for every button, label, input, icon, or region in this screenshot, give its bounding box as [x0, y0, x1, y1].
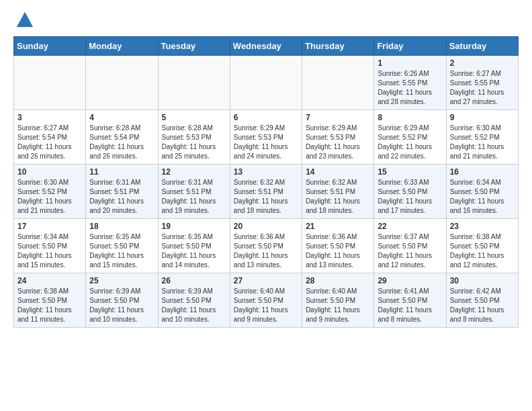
day-info: Sunrise: 6:29 AM Sunset: 5:53 PM Dayligh… [306, 124, 370, 161]
calendar-day-cell: 2Sunrise: 6:27 AM Sunset: 5:55 PM Daylig… [446, 56, 518, 110]
calendar-day-cell [302, 56, 374, 110]
calendar-day-cell: 10Sunrise: 6:30 AM Sunset: 5:52 PM Dayli… [14, 165, 86, 219]
calendar-header-row: SundayMondayTuesdayWednesdayThursdayFrid… [14, 37, 519, 56]
day-info: Sunrise: 6:27 AM Sunset: 5:54 PM Dayligh… [17, 124, 82, 161]
day-number: 12 [162, 167, 226, 177]
calendar-day-header: Monday [86, 37, 158, 56]
day-number: 25 [89, 276, 154, 285]
calendar-day-header: Sunday [14, 37, 86, 56]
calendar-day-cell: 20Sunrise: 6:36 AM Sunset: 5:50 PM Dayli… [230, 219, 302, 273]
day-number: 10 [17, 167, 82, 177]
header [13, 11, 519, 30]
calendar-day-cell: 21Sunrise: 6:36 AM Sunset: 5:50 PM Dayli… [302, 219, 374, 273]
day-number: 15 [378, 167, 442, 177]
day-info: Sunrise: 6:30 AM Sunset: 5:52 PM Dayligh… [450, 124, 515, 161]
day-info: Sunrise: 6:26 AM Sunset: 5:55 PM Dayligh… [378, 69, 442, 107]
day-info: Sunrise: 6:40 AM Sunset: 5:50 PM Dayligh… [306, 287, 370, 324]
day-number: 7 [306, 113, 370, 122]
day-info: Sunrise: 6:30 AM Sunset: 5:52 PM Dayligh… [17, 178, 82, 216]
day-info: Sunrise: 6:36 AM Sunset: 5:50 PM Dayligh… [234, 232, 298, 270]
day-info: Sunrise: 6:29 AM Sunset: 5:52 PM Dayligh… [378, 124, 442, 161]
calendar-day-cell: 19Sunrise: 6:35 AM Sunset: 5:50 PM Dayli… [158, 219, 230, 273]
calendar-day-header: Saturday [446, 37, 518, 56]
calendar-day-cell: 13Sunrise: 6:32 AM Sunset: 5:51 PM Dayli… [230, 165, 302, 219]
day-info: Sunrise: 6:35 AM Sunset: 5:50 PM Dayligh… [89, 232, 154, 270]
calendar-day-header: Tuesday [158, 37, 230, 56]
day-number: 8 [378, 113, 442, 122]
calendar-day-cell: 16Sunrise: 6:34 AM Sunset: 5:50 PM Dayli… [446, 165, 518, 219]
day-number: 24 [17, 276, 82, 285]
calendar-day-cell: 8Sunrise: 6:29 AM Sunset: 5:52 PM Daylig… [374, 110, 446, 165]
day-info: Sunrise: 6:39 AM Sunset: 5:50 PM Dayligh… [162, 287, 226, 324]
day-info: Sunrise: 6:37 AM Sunset: 5:50 PM Dayligh… [378, 232, 442, 270]
logo-icon [15, 11, 34, 30]
calendar-day-header: Friday [374, 37, 446, 56]
day-number: 21 [306, 222, 370, 231]
day-number: 29 [378, 276, 442, 285]
calendar-day-cell: 27Sunrise: 6:40 AM Sunset: 5:50 PM Dayli… [230, 273, 302, 328]
calendar-day-cell: 7Sunrise: 6:29 AM Sunset: 5:53 PM Daylig… [302, 110, 374, 165]
calendar-day-cell [14, 56, 86, 110]
day-info: Sunrise: 6:33 AM Sunset: 5:50 PM Dayligh… [378, 178, 442, 216]
calendar-day-cell: 3Sunrise: 6:27 AM Sunset: 5:54 PM Daylig… [14, 110, 86, 165]
calendar-day-header: Wednesday [230, 37, 302, 56]
day-number: 19 [162, 222, 226, 231]
day-info: Sunrise: 6:35 AM Sunset: 5:50 PM Dayligh… [162, 232, 226, 270]
day-info: Sunrise: 6:42 AM Sunset: 5:50 PM Dayligh… [450, 287, 515, 324]
calendar-day-cell: 30Sunrise: 6:42 AM Sunset: 5:50 PM Dayli… [446, 273, 518, 328]
day-number: 20 [234, 222, 298, 231]
day-info: Sunrise: 6:29 AM Sunset: 5:53 PM Dayligh… [234, 124, 298, 161]
calendar-day-cell: 22Sunrise: 6:37 AM Sunset: 5:50 PM Dayli… [374, 219, 446, 273]
calendar-day-cell: 6Sunrise: 6:29 AM Sunset: 5:53 PM Daylig… [230, 110, 302, 165]
calendar-day-cell: 1Sunrise: 6:26 AM Sunset: 5:55 PM Daylig… [374, 56, 446, 110]
day-number: 23 [450, 222, 515, 231]
day-number: 6 [234, 113, 298, 122]
day-number: 22 [378, 222, 442, 231]
day-info: Sunrise: 6:27 AM Sunset: 5:55 PM Dayligh… [450, 69, 515, 107]
calendar-week-row: 3Sunrise: 6:27 AM Sunset: 5:54 PM Daylig… [14, 110, 519, 165]
day-info: Sunrise: 6:34 AM Sunset: 5:50 PM Dayligh… [17, 232, 82, 270]
day-info: Sunrise: 6:34 AM Sunset: 5:50 PM Dayligh… [450, 178, 515, 216]
calendar-day-cell: 9Sunrise: 6:30 AM Sunset: 5:52 PM Daylig… [446, 110, 518, 165]
day-number: 30 [450, 276, 515, 285]
day-info: Sunrise: 6:36 AM Sunset: 5:50 PM Dayligh… [306, 232, 370, 270]
day-number: 2 [450, 58, 515, 68]
day-number: 18 [89, 222, 154, 231]
day-number: 4 [89, 113, 154, 122]
calendar-day-cell: 29Sunrise: 6:41 AM Sunset: 5:50 PM Dayli… [374, 273, 446, 328]
calendar-day-header: Thursday [302, 37, 374, 56]
day-number: 11 [89, 167, 154, 177]
day-info: Sunrise: 6:31 AM Sunset: 5:51 PM Dayligh… [89, 178, 154, 216]
calendar-day-cell: 18Sunrise: 6:35 AM Sunset: 5:50 PM Dayli… [86, 219, 158, 273]
day-number: 13 [234, 167, 298, 177]
day-number: 28 [306, 276, 370, 285]
calendar-day-cell: 26Sunrise: 6:39 AM Sunset: 5:50 PM Dayli… [158, 273, 230, 328]
calendar-day-cell: 12Sunrise: 6:31 AM Sunset: 5:51 PM Dayli… [158, 165, 230, 219]
day-number: 26 [162, 276, 226, 285]
calendar-day-cell: 17Sunrise: 6:34 AM Sunset: 5:50 PM Dayli… [14, 219, 86, 273]
calendar-day-cell: 23Sunrise: 6:38 AM Sunset: 5:50 PM Dayli… [446, 219, 518, 273]
day-number: 16 [450, 167, 515, 177]
calendar-day-cell: 5Sunrise: 6:28 AM Sunset: 5:53 PM Daylig… [158, 110, 230, 165]
calendar-week-row: 10Sunrise: 6:30 AM Sunset: 5:52 PM Dayli… [14, 165, 519, 219]
calendar: SundayMondayTuesdayWednesdayThursdayFrid… [13, 36, 519, 328]
day-info: Sunrise: 6:28 AM Sunset: 5:54 PM Dayligh… [89, 124, 154, 161]
day-info: Sunrise: 6:31 AM Sunset: 5:51 PM Dayligh… [162, 178, 226, 216]
day-info: Sunrise: 6:41 AM Sunset: 5:50 PM Dayligh… [378, 287, 442, 324]
day-info: Sunrise: 6:38 AM Sunset: 5:50 PM Dayligh… [17, 287, 82, 324]
calendar-day-cell: 15Sunrise: 6:33 AM Sunset: 5:50 PM Dayli… [374, 165, 446, 219]
day-number: 14 [306, 167, 370, 177]
day-number: 3 [17, 113, 82, 122]
day-info: Sunrise: 6:39 AM Sunset: 5:50 PM Dayligh… [89, 287, 154, 324]
day-info: Sunrise: 6:32 AM Sunset: 5:51 PM Dayligh… [234, 178, 298, 216]
svg-marker-0 [17, 12, 33, 27]
calendar-day-cell: 14Sunrise: 6:32 AM Sunset: 5:51 PM Dayli… [302, 165, 374, 219]
day-number: 5 [162, 113, 226, 122]
calendar-day-cell: 28Sunrise: 6:40 AM Sunset: 5:50 PM Dayli… [302, 273, 374, 328]
day-number: 17 [17, 222, 82, 231]
day-info: Sunrise: 6:28 AM Sunset: 5:53 PM Dayligh… [162, 124, 226, 161]
day-number: 9 [450, 113, 515, 122]
calendar-week-row: 24Sunrise: 6:38 AM Sunset: 5:50 PM Dayli… [14, 273, 519, 328]
page: SundayMondayTuesdayWednesdayThursdayFrid… [0, 0, 532, 338]
day-info: Sunrise: 6:40 AM Sunset: 5:50 PM Dayligh… [234, 287, 298, 324]
